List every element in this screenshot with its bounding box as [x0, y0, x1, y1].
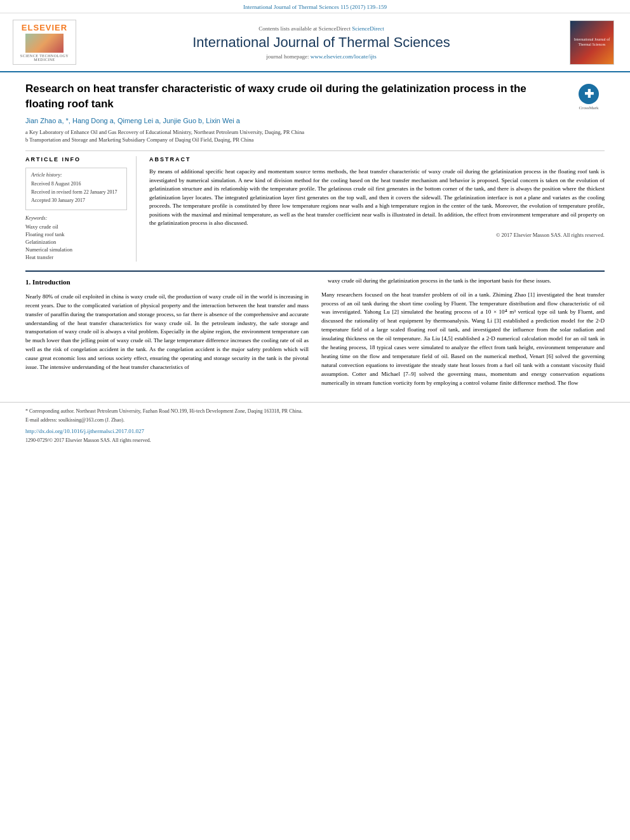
copyright-notice: © 2017 Elsevier Masson SAS. All rights r…: [149, 232, 605, 238]
journal-title: International Journal of Thermal Science…: [89, 34, 554, 51]
keyword-1: Waxy crude oil: [25, 223, 127, 230]
journal-header: ELSEVIER SCIENCE TECHNOLOGY MEDICINE Con…: [0, 13, 630, 72]
email-note: E-mail address: soulkissing@163.com (J. …: [25, 417, 605, 423]
page-footer: * Corresponding author. Northeast Petrol…: [0, 402, 630, 448]
section1-heading: 1. Introduction: [25, 277, 309, 288]
affiliations: a Key Laboratory of Enhance Oil and Gas …: [25, 128, 605, 145]
keyword-3: Gelatinization: [25, 239, 127, 245]
affiliation-a: a Key Laboratory of Enhance Oil and Gas …: [25, 128, 605, 137]
homepage-link[interactable]: www.elsevier.com/locate/ijts: [311, 53, 377, 60]
revised-date: Received in revised form 22 January 2017: [31, 189, 121, 196]
journal-homepage: journal homepage: www.elsevier.com/locat…: [89, 53, 554, 60]
authors-line: Jian Zhao a, *, Hang Dong a, Qimeng Lei …: [25, 117, 605, 124]
doi-link[interactable]: http://dx.doi.org/10.1016/j.ijthermalsci…: [25, 428, 144, 434]
keyword-5: Heat transfer: [25, 254, 127, 260]
intro-paragraph-1-cont: waxy crude oil during the gelatinization…: [321, 277, 605, 286]
abstract-section: ABSTRACT By means of additional specific…: [149, 156, 605, 262]
elsevier-box: ELSEVIER SCIENCE TECHNOLOGY MEDICINE: [13, 20, 76, 65]
body-columns: 1. Introduction Nearly 80% of crude oil …: [25, 277, 605, 393]
article-body: ARTICLE INFO Article history: Received 8…: [25, 150, 605, 262]
elsevier-logo-left: ELSEVIER SCIENCE TECHNOLOGY MEDICINE: [13, 20, 76, 65]
section-separator: [25, 270, 605, 272]
elsevier-wordmark: ELSEVIER: [17, 23, 72, 32]
sciencedirect-link[interactable]: ScienceDirect: [352, 25, 384, 32]
keywords-label: Keywords:: [25, 215, 127, 221]
received-date: Received 8 August 2016: [31, 180, 121, 187]
body-column-left: 1. Introduction Nearly 80% of crude oil …: [25, 277, 309, 393]
journal-logo-image: International Journal ofThermal Sciences: [570, 20, 614, 65]
intro-paragraph-2: Many researchers focused on the heat tra…: [321, 291, 605, 388]
journal-reference-bar: International Journal of Thermal Science…: [0, 0, 630, 13]
journal-logo-right: International Journal ofThermal Sciences: [566, 20, 617, 65]
article-title-section: Research on heat transfer characteristic…: [25, 81, 605, 112]
affiliation-b: b Transportation and Storage and Marketi…: [25, 136, 605, 144]
intro-paragraph-1: Nearly 80% of crude oil exploited in chi…: [25, 293, 309, 372]
keyword-2: Floating roof tank: [25, 231, 127, 237]
keywords-box: Keywords: Waxy crude oil Floating roof t…: [25, 215, 127, 260]
main-content: Research on heat transfer characteristic…: [0, 72, 630, 393]
journal-reference-text: International Journal of Thermal Science…: [243, 4, 387, 10]
article-title: Research on heat transfer characteristic…: [25, 81, 566, 112]
crossmark-icon[interactable]: ✚: [579, 84, 599, 104]
crossmark-label: CrossMark: [579, 105, 598, 110]
abstract-text: By means of additional specific heat cap…: [149, 168, 605, 228]
history-label: Article history:: [31, 172, 121, 178]
issn-text: 1290-0729/© 2017 Elsevier Masson SAS. Al…: [25, 437, 151, 443]
article-info-panel: ARTICLE INFO Article history: Received 8…: [25, 156, 137, 262]
crossmark-badge[interactable]: ✚ CrossMark: [573, 84, 605, 110]
header-center: Contents lists available at ScienceDirec…: [76, 25, 566, 60]
keyword-4: Numerical simulation: [25, 246, 127, 253]
abstract-heading: ABSTRACT: [149, 156, 605, 163]
article-info-heading: ARTICLE INFO: [25, 156, 127, 163]
corresponding-note: * Corresponding author. Northeast Petrol…: [25, 408, 605, 415]
accepted-date: Accepted 30 January 2017: [31, 197, 121, 204]
history-box: Article history: Received 8 August 2016 …: [25, 168, 127, 210]
elsevier-sub: SCIENCE TECHNOLOGY MEDICINE: [17, 54, 72, 62]
sciencedirect-text: Contents lists available at ScienceDirec…: [89, 25, 554, 32]
body-column-right: waxy crude oil during the gelatinization…: [321, 277, 605, 393]
